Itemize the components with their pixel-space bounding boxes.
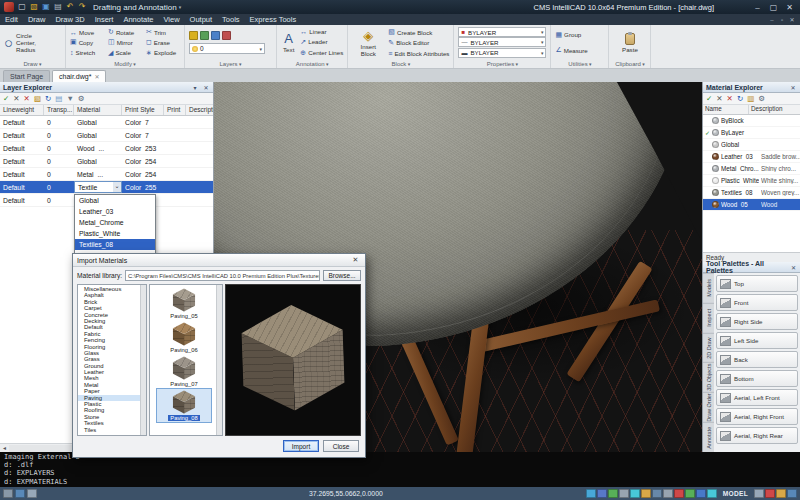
close-button[interactable]: Close	[323, 440, 359, 452]
status-toggle[interactable]	[608, 489, 618, 498]
titlebar-icon[interactable]: ▤	[53, 2, 63, 12]
menu-item[interactable]: Tools	[217, 14, 245, 25]
view-button[interactable]: Front	[716, 294, 798, 311]
toolbar-icon[interactable]: ▥	[747, 95, 754, 103]
dropdown-option[interactable]: Metal_Chrome	[75, 217, 155, 228]
view-button[interactable]: Back	[716, 351, 798, 368]
status-toggle[interactable]	[685, 489, 695, 498]
column-header[interactable]: Print	[164, 105, 186, 115]
modify-tool-button[interactable]: ◢ Scale	[108, 49, 142, 57]
status-toggle[interactable]	[619, 489, 629, 498]
layer-print-cell[interactable]	[164, 184, 186, 191]
model-space-button[interactable]: MODEL	[723, 490, 748, 497]
titlebar-icon[interactable]: ▢	[17, 2, 27, 12]
column-header[interactable]: Description	[749, 105, 800, 114]
column-header[interactable]: Transp...	[44, 105, 74, 115]
palette-tab[interactable]: 2D Draw	[703, 333, 714, 363]
panel-caption-clipboard[interactable]: Clipboard	[609, 61, 650, 67]
toolbar-icon[interactable]: ▼	[66, 95, 73, 103]
status-icon[interactable]	[776, 489, 786, 498]
titlebar-icon[interactable]: ▧	[29, 2, 39, 12]
document-tab[interactable]: Start Page	[3, 70, 50, 82]
modify-tool-button[interactable]: ◫ Mirror	[108, 38, 142, 46]
text-button[interactable]: A Text	[281, 27, 296, 58]
circle-button[interactable]: Circle Center, Radius	[16, 32, 52, 53]
property-select[interactable]: — BYLAYER	[458, 37, 546, 47]
paste-button[interactable]: Paste	[613, 27, 646, 58]
status-toggle[interactable]	[641, 489, 651, 498]
modify-tool-button[interactable]: ∗ Explode	[146, 49, 180, 57]
status-icon[interactable]	[787, 489, 797, 498]
panel-menu-icon[interactable]	[191, 84, 199, 91]
category-item[interactable]: Tiles	[78, 427, 140, 433]
annotation-tool-button[interactable]: ⊕ Center Lines	[300, 49, 343, 57]
view-button[interactable]: Right Side	[716, 313, 798, 330]
layer-freeze-icon[interactable]	[211, 31, 220, 40]
status-toggle[interactable]	[707, 489, 717, 498]
modify-tool-button[interactable]: ↕ Stretch	[70, 49, 104, 57]
toolbar-icon[interactable]: ✓	[3, 95, 9, 103]
layer-row[interactable]: Default 0 Wood_... Color_253	[0, 142, 213, 155]
material-row[interactable]: Global	[703, 139, 800, 151]
insert-block-button[interactable]: ◈ Insert Block	[352, 27, 384, 58]
panel-close-icon[interactable]	[789, 84, 797, 91]
layer-print-cell[interactable]	[164, 171, 186, 178]
layer-on-icon[interactable]	[200, 31, 209, 40]
status-toggle[interactable]	[674, 489, 684, 498]
status-icon[interactable]	[765, 489, 775, 498]
menu-item[interactable]: Insert	[90, 14, 119, 25]
status-icon[interactable]	[27, 489, 37, 498]
palette-tab[interactable]: Draw Order	[703, 392, 714, 422]
view-button[interactable]: Aerial, Right Rear	[716, 427, 798, 444]
panel-caption-properties[interactable]: Properties	[454, 61, 550, 67]
status-icon[interactable]	[754, 489, 764, 498]
view-button[interactable]: Top	[716, 275, 798, 292]
block-tool-button[interactable]: ✎ Block Editor	[388, 39, 449, 47]
toolbar-icon[interactable]: ▧	[34, 95, 41, 103]
modify-tool-button[interactable]: ▣ Copy	[70, 38, 104, 46]
status-toggle[interactable]	[586, 489, 596, 498]
panel-caption-modify[interactable]: Modify	[66, 61, 184, 67]
dropdown-option[interactable]: Textiles_08	[75, 239, 155, 250]
titlebar-icon[interactable]: ↶	[65, 2, 75, 12]
material-thumbnail[interactable]: Paving_08	[157, 389, 211, 422]
toolbar-icon[interactable]: ✕	[716, 95, 722, 103]
status-toggle[interactable]	[696, 489, 706, 498]
property-select[interactable]: ▬ BYLAYER	[458, 48, 546, 58]
material-row[interactable]: Textiles_08 Woven grey...	[703, 187, 800, 199]
view-button[interactable]: Bottom	[716, 370, 798, 387]
layer-print-cell[interactable]	[164, 119, 186, 126]
modify-tool-button[interactable]: ✂ Trim	[146, 28, 180, 36]
material-row[interactable]: ByBlock	[703, 115, 800, 127]
column-header[interactable]: Material	[74, 105, 122, 115]
material-row[interactable]: Metal_Chro... Shiny chro...	[703, 163, 800, 175]
modify-tool-button[interactable]: ◻ Erase	[146, 38, 180, 46]
status-toggle[interactable]	[652, 489, 662, 498]
workspace-selector[interactable]: Drafting and Annotation ▾	[90, 3, 184, 12]
block-tool-button[interactable]: ▧ Create Block	[388, 28, 449, 36]
layer-row[interactable]: Default 0 Global Color_7	[0, 116, 213, 129]
material-thumbnail[interactable]: Paving_07	[157, 355, 211, 388]
modify-tool-button[interactable]: ↔ Move	[70, 28, 104, 36]
panel-close-icon[interactable]	[790, 264, 797, 271]
layer-row[interactable]: Default 0 Metal_... Color_254	[0, 168, 213, 181]
column-header[interactable]: Print Style	[122, 105, 164, 115]
column-header[interactable]: Lineweight	[0, 105, 44, 115]
layer-material[interactable]: Global	[74, 158, 122, 165]
tab-close-icon[interactable]	[94, 73, 99, 80]
layer-row[interactable]: Default 0 Global Color_254	[0, 155, 213, 168]
import-button[interactable]: Import	[283, 440, 319, 452]
layer-lock-icon[interactable]	[222, 31, 231, 40]
view-button[interactable]: Aerial, Right Front	[716, 408, 798, 425]
toolbar-icon[interactable]: ↻	[45, 95, 51, 103]
panel-close-icon[interactable]	[202, 84, 210, 91]
utility-tool-button[interactable]: ∠ Measure	[555, 46, 604, 54]
layer-material[interactable]: Global	[74, 132, 122, 139]
menu-item[interactable]: Output	[185, 14, 218, 25]
status-toggle[interactable]	[597, 489, 607, 498]
library-path-field[interactable]: C:\Program Files\CMS\CMS IntelliCAD 10.0…	[125, 270, 320, 281]
annotation-tool-button[interactable]: ↔ Linear	[300, 28, 343, 35]
dialog-close-icon[interactable]	[350, 256, 361, 264]
panel-caption-utilities[interactable]: Utilities	[551, 61, 608, 67]
layer-row[interactable]: Default 0 Textile Color_255	[0, 181, 213, 194]
